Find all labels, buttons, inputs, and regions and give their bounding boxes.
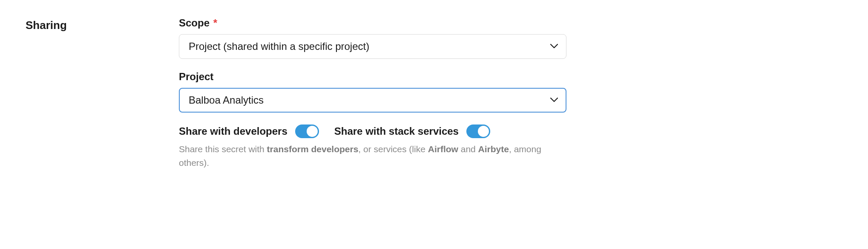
- required-asterisk: *: [213, 17, 217, 29]
- developers-toggle-group: Share with developers: [179, 124, 319, 138]
- scope-select[interactable]: Project (shared within a specific projec…: [179, 34, 566, 59]
- help-and: and: [458, 144, 478, 154]
- project-label: Project: [179, 71, 566, 83]
- project-select-wrapper: Balboa Analytics: [179, 88, 566, 113]
- developers-toggle-label: Share with developers: [179, 125, 287, 137]
- section-title: Sharing: [26, 17, 162, 32]
- stack-services-toggle-label: Share with stack services: [334, 125, 459, 137]
- help-mid: , or services (like: [358, 144, 428, 154]
- toggles-row: Share with developers Share with stack s…: [179, 124, 566, 138]
- help-text: Share this secret with transform develop…: [179, 142, 566, 169]
- help-bold-airflow: Airflow: [428, 144, 458, 154]
- help-bold-developers: transform developers: [267, 144, 359, 154]
- toggle-knob: [307, 126, 318, 137]
- fields-container: Scope * Project (shared within a specifi…: [179, 17, 566, 169]
- scope-select-wrapper: Project (shared within a specific projec…: [179, 34, 566, 59]
- project-select[interactable]: Balboa Analytics: [179, 88, 566, 113]
- scope-label: Scope *: [179, 17, 566, 29]
- project-field-group: Project Balboa Analytics: [179, 71, 566, 113]
- scope-field-group: Scope * Project (shared within a specifi…: [179, 17, 566, 59]
- help-prefix: Share this secret with: [179, 144, 267, 154]
- toggle-knob: [478, 126, 489, 137]
- scope-label-text: Scope: [179, 17, 210, 29]
- help-bold-airbyte: Airbyte: [478, 144, 509, 154]
- sharing-section: Sharing Scope * Project (shared within a…: [26, 17, 842, 169]
- developers-toggle[interactable]: [295, 124, 319, 138]
- stack-services-toggle-group: Share with stack services: [334, 124, 490, 138]
- stack-services-toggle[interactable]: [466, 124, 490, 138]
